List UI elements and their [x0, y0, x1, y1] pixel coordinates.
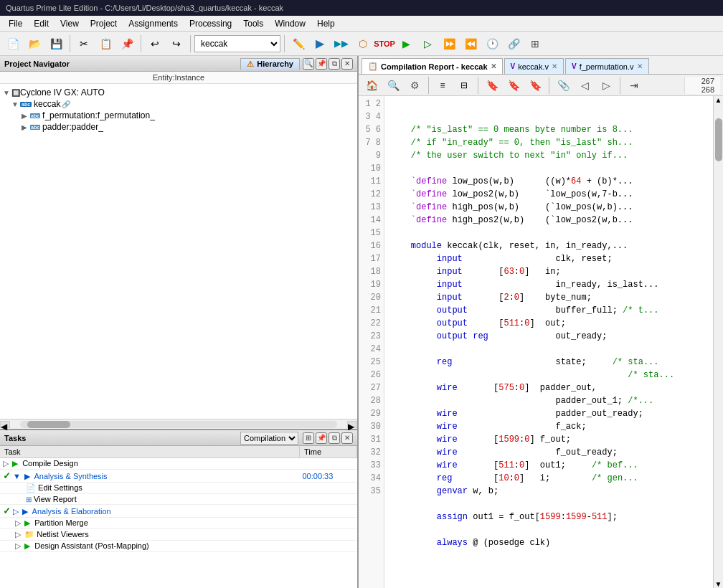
task-analysis-synthesis[interactable]: ✓ ▼ ▶ Analysis & Synthesis 00:00:33	[0, 470, 357, 483]
tab-fp-close[interactable]: ✕	[637, 62, 643, 70]
nav-pin-btn[interactable]: 📌	[316, 58, 327, 70]
tab-keccak-v[interactable]: V keccak.v ✕	[504, 58, 564, 74]
tree-item-keccak[interactable]: ▼ abc keccak 🔗	[0, 98, 357, 110]
fast-btn[interactable]: ⏩	[439, 34, 459, 54]
code-content[interactable]: /* "is_last" == 0 means byte number is 8…	[384, 96, 713, 588]
tasks-expand-btn[interactable]: ⊞	[303, 432, 314, 444]
undo-button[interactable]: ↩	[145, 34, 165, 54]
nav-search-btn[interactable]: 🔍	[303, 58, 314, 70]
menu-project[interactable]: Project	[85, 17, 123, 30]
tab-compilation-close[interactable]: ✕	[491, 62, 496, 70]
task-da-expand[interactable]: ▷	[15, 541, 21, 550]
menu-window[interactable]: Window	[269, 17, 311, 30]
edit-icon-btn[interactable]: ✏️	[288, 34, 308, 54]
vscroll-up[interactable]: ▲	[715, 96, 722, 104]
task-pm-run-icon[interactable]: ▶	[24, 518, 30, 527]
task-edit-settings[interactable]: 📄 Edit Settings	[0, 483, 357, 494]
filter-btn[interactable]: ⬡	[353, 34, 373, 54]
vscroll-thumb[interactable]	[715, 118, 722, 161]
step-btn[interactable]: ▷	[417, 34, 438, 54]
task-compile-design[interactable]: ▷ ▶ Compile Design	[0, 458, 357, 470]
task-view-report[interactable]: ⊞ View Report	[0, 494, 357, 505]
tasks-table-container[interactable]: Task Time ▷ ▶ Compile Design	[0, 446, 357, 588]
menu-processing[interactable]: Processing	[184, 17, 237, 30]
task-compile-expand[interactable]: ▷	[3, 459, 9, 468]
copy-button[interactable]: 📋	[95, 34, 115, 54]
menu-file[interactable]: File	[3, 17, 28, 30]
stop-btn[interactable]: STOP	[374, 34, 394, 54]
task-da-run-icon[interactable]: ▶	[24, 541, 30, 550]
tasks-combo[interactable]: Compilation	[240, 432, 298, 445]
project-tree[interactable]: ▼ 🔲 Cyclone IV GX: AUTO ▼ abc keccak 🔗 ▶…	[0, 84, 357, 419]
task-analysis-elaboration[interactable]: ✓ ▷ ▶ Analysis & Elaboration	[0, 505, 357, 518]
open-button[interactable]: 📂	[24, 34, 44, 54]
editor-settings-btn[interactable]: ⚙	[405, 75, 425, 95]
vscroll-down[interactable]: ▼	[715, 580, 722, 588]
new-button[interactable]: 📄	[3, 34, 23, 54]
editor-search-btn[interactable]: 🔍	[383, 75, 403, 95]
extra-btn[interactable]: ⊞	[525, 34, 545, 54]
task-nv-expand[interactable]: ▷	[15, 530, 21, 539]
editor-sep3	[549, 77, 549, 94]
run-btn[interactable]: ▶	[396, 34, 416, 54]
netlist-btn[interactable]: 🔗	[504, 34, 524, 54]
project-combo[interactable]: keccak	[194, 35, 280, 52]
save-button[interactable]: 💾	[46, 34, 66, 54]
menu-assignments[interactable]: Assignments	[123, 17, 184, 30]
hscroll-right[interactable]: ▶	[347, 421, 357, 428]
hierarchy-tab[interactable]: ⚠ Hierarchy	[240, 58, 300, 70]
editor-next-btn[interactable]: ▷	[596, 75, 616, 95]
vertical-scrollbar[interactable]: ▲ ▼	[713, 96, 723, 588]
start-btn[interactable]: ▶▶	[331, 34, 351, 54]
redo-button[interactable]: ↪	[166, 34, 186, 54]
editor-indent-btn[interactable]: ≡	[433, 75, 453, 95]
cut-button[interactable]: ✂	[74, 34, 94, 54]
tree-item-padder[interactable]: ▶ abc padder:padder_	[0, 121, 357, 133]
tree-toggle-fp[interactable]: ▶	[22, 112, 30, 120]
hscroll-thumb[interactable]	[27, 421, 70, 428]
tab-keccak-close[interactable]: ✕	[552, 62, 557, 70]
tab-compilation-report[interactable]: 📋 Compilation Report - keccak ✕	[362, 58, 503, 74]
menu-help[interactable]: Help	[311, 17, 341, 30]
tasks-title: Tasks	[4, 434, 26, 442]
menu-tools[interactable]: Tools	[237, 17, 269, 30]
editor-prev-btn[interactable]: ◁	[575, 75, 595, 95]
hscroll-left[interactable]: ◀	[0, 421, 10, 428]
task-ae-expand[interactable]: ▷	[13, 507, 19, 516]
task-design-assistant[interactable]: ▷ ▶ Design Assistant (Post-Mapping)	[0, 541, 357, 552]
tree-toggle-cyclone[interactable]: ▼	[3, 89, 11, 97]
tree-toggle-keccak[interactable]: ▼	[11, 100, 20, 108]
editor-home-btn[interactable]: 🏠	[362, 75, 382, 95]
menu-view[interactable]: View	[55, 17, 85, 30]
paste-button[interactable]: 📌	[117, 34, 137, 54]
clock-btn[interactable]: 🕐	[482, 34, 502, 54]
task-as-run-icon[interactable]: ▶	[24, 472, 30, 480]
task-partition-merge[interactable]: ▷ ▶ Partition Merge	[0, 518, 357, 529]
nav-hscroll[interactable]: ◀ ▶	[0, 419, 357, 429]
tree-toggle-padder[interactable]: ▶	[22, 123, 30, 131]
tree-item-cyclone[interactable]: ▼ 🔲 Cyclone IV GX: AUTO	[0, 87, 357, 98]
task-ae-run-icon[interactable]: ▶	[22, 507, 28, 516]
nav-float-btn[interactable]: ⧉	[329, 58, 340, 70]
editor-bookmark3-btn[interactable]: 🔖	[525, 75, 545, 95]
analyze-btn[interactable]: ▶	[310, 34, 330, 54]
hscroll-track[interactable]	[20, 421, 337, 428]
editor-bookmark2-btn[interactable]: 🔖	[504, 75, 524, 95]
tasks-close-btn[interactable]: ✕	[341, 432, 353, 444]
editor-bookmark-btn[interactable]: 🔖	[482, 75, 502, 95]
editor-expand-btn[interactable]: ⇥	[624, 75, 644, 95]
editor-attach-btn[interactable]: 📎	[553, 75, 573, 95]
task-netlist-viewers[interactable]: ▷ 📁 Netlist Viewers	[0, 529, 357, 541]
task-compile-run-icon[interactable]: ▶	[12, 459, 18, 468]
tasks-pin-btn[interactable]: 📌	[316, 432, 327, 444]
task-pm-expand[interactable]: ▷	[15, 518, 21, 527]
nav-close-btn[interactable]: ✕	[341, 58, 353, 70]
menu-edit[interactable]: Edit	[28, 17, 55, 30]
tab-keccak-label: keccak.v	[518, 62, 549, 71]
tree-item-f-permutation[interactable]: ▶ abc f_permutation:f_permutation_	[0, 110, 357, 121]
task-as-expand[interactable]: ▼	[13, 472, 21, 480]
back-btn[interactable]: ⏪	[460, 34, 481, 54]
tasks-float-btn[interactable]: ⧉	[329, 432, 340, 444]
editor-format-btn[interactable]: ⊟	[454, 75, 474, 95]
tab-f-permutation-v[interactable]: V f_permutation.v ✕	[565, 58, 649, 74]
